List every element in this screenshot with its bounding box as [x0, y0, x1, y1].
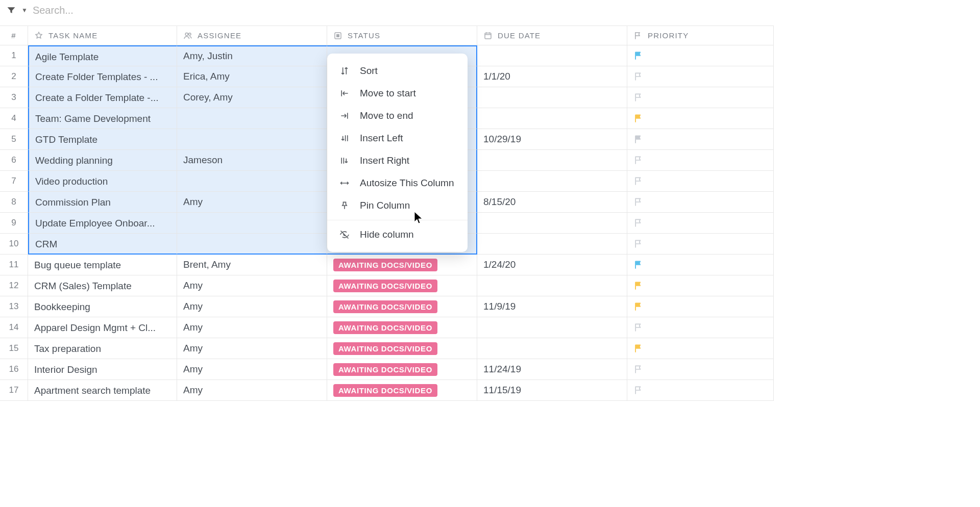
due-date-cell[interactable]: 1/1/20	[477, 66, 627, 87]
task-name-cell[interactable]: Agile Template	[28, 45, 177, 66]
col-header-due[interactable]: DUE DATE	[477, 26, 627, 45]
table-row[interactable]: 17Apartment search templateAmyAWAITING D…	[0, 380, 774, 401]
assignee-cell[interactable]	[177, 213, 327, 234]
priority-cell[interactable]	[627, 296, 774, 317]
col-header-status[interactable]: STATUS	[327, 26, 477, 45]
col-header-assignee[interactable]: ASSIGNEE	[177, 26, 327, 45]
status-cell[interactable]: AWAITING DOCS/VIDEO	[327, 296, 477, 317]
status-cell[interactable]: AWAITING DOCS/VIDEO	[327, 275, 477, 296]
status-cell[interactable]: AWAITING DOCS/VIDEO	[327, 359, 477, 380]
due-date-cell[interactable]	[477, 45, 627, 66]
task-name-cell[interactable]: Commission Plan	[28, 192, 177, 213]
ctx-insert-left[interactable]: Insert Left	[327, 127, 468, 149]
due-date-cell[interactable]	[477, 171, 627, 192]
due-date-cell[interactable]: 10/29/19	[477, 129, 627, 150]
due-date-cell[interactable]	[477, 213, 627, 234]
status-cell[interactable]: AWAITING DOCS/VIDEO	[327, 255, 477, 275]
priority-cell[interactable]	[627, 108, 774, 129]
assignee-cell[interactable]: Jameson	[177, 150, 327, 171]
priority-cell[interactable]	[627, 66, 774, 87]
assignee-cell[interactable]	[177, 129, 327, 150]
col-header-priority[interactable]: PRIORITY	[627, 26, 774, 45]
search-input[interactable]	[33, 5, 186, 16]
status-cell[interactable]: AWAITING DOCS/VIDEO	[327, 338, 477, 359]
table-row[interactable]: 15Tax preparationAmyAWAITING DOCS/VIDEO	[0, 338, 774, 359]
task-name-cell[interactable]: Bug queue template	[28, 255, 177, 275]
due-date-cell[interactable]	[477, 234, 627, 255]
ctx-pin[interactable]: Pin Column	[327, 194, 468, 217]
table-row[interactable]: 14Apparel Design Mgmt + Cl...AmyAWAITING…	[0, 317, 774, 338]
table-row[interactable]: 13BookkeepingAmyAWAITING DOCS/VIDEO11/9/…	[0, 296, 774, 317]
priority-cell[interactable]	[627, 234, 774, 255]
due-date-cell[interactable]	[477, 317, 627, 338]
ctx-autosize[interactable]: Autosize This Column	[327, 172, 468, 194]
assignee-cell[interactable]: Amy	[177, 380, 327, 401]
assignee-cell[interactable]	[177, 234, 327, 255]
priority-cell[interactable]	[627, 380, 774, 401]
due-date-cell[interactable]	[477, 150, 627, 171]
task-name-cell[interactable]: Interior Design	[28, 359, 177, 380]
task-name-cell[interactable]: Tax preparation	[28, 338, 177, 359]
priority-cell[interactable]	[627, 317, 774, 338]
table-row[interactable]: 12CRM (Sales) TemplateAmyAWAITING DOCS/V…	[0, 275, 774, 296]
assignee-cell[interactable]: Corey, Amy	[177, 87, 327, 108]
priority-cell[interactable]	[627, 275, 774, 296]
col-header-task-label: TASK NAME	[48, 31, 97, 40]
status-cell[interactable]: AWAITING DOCS/VIDEO	[327, 317, 477, 338]
priority-cell[interactable]	[627, 45, 774, 66]
task-name-cell[interactable]: GTD Template	[28, 129, 177, 150]
table-row[interactable]: 16Interior DesignAmyAWAITING DOCS/VIDEO1…	[0, 359, 774, 380]
priority-cell[interactable]	[627, 213, 774, 234]
priority-cell[interactable]	[627, 192, 774, 213]
status-cell[interactable]: AWAITING DOCS/VIDEO	[327, 380, 477, 401]
task-name-cell[interactable]: Bookkeeping	[28, 296, 177, 317]
assignee-cell[interactable]: Amy	[177, 296, 327, 317]
task-name-cell[interactable]: CRM	[28, 234, 177, 255]
ctx-move-start[interactable]: Move to start	[327, 82, 468, 105]
assignee-cell[interactable]: Amy	[177, 338, 327, 359]
ctx-hide[interactable]: Hide column	[327, 223, 468, 246]
priority-cell[interactable]	[627, 255, 774, 275]
assignee-cell[interactable]: Amy	[177, 192, 327, 213]
priority-cell[interactable]	[627, 359, 774, 380]
ctx-insert-right[interactable]: Insert Right	[327, 149, 468, 172]
assignee-cell[interactable]: Brent, Amy	[177, 255, 327, 275]
col-header-rownum[interactable]: #	[0, 26, 28, 45]
ctx-move-end[interactable]: Move to end	[327, 105, 468, 127]
task-name-cell[interactable]: Wedding planning	[28, 150, 177, 171]
filter-icon[interactable]	[6, 5, 16, 15]
priority-cell[interactable]	[627, 338, 774, 359]
assignee-cell[interactable]: Amy, Justin	[177, 45, 327, 66]
task-name-cell[interactable]: Create Folder Templates - ...	[28, 66, 177, 87]
due-date-cell[interactable]	[477, 338, 627, 359]
col-header-task[interactable]: TASK NAME	[28, 26, 177, 45]
task-name-cell[interactable]: Create a Folder Template -...	[28, 87, 177, 108]
due-date-cell[interactable]: 11/24/19	[477, 359, 627, 380]
filter-dropdown-caret-icon[interactable]: ▼	[21, 7, 28, 14]
ctx-sort[interactable]: Sort	[327, 60, 468, 82]
due-date-cell[interactable]: 1/24/20	[477, 255, 627, 275]
task-name-cell[interactable]: Team: Game Development	[28, 108, 177, 129]
due-date-cell[interactable]: 8/15/20	[477, 192, 627, 213]
task-name-cell[interactable]: Apparel Design Mgmt + Cl...	[28, 317, 177, 338]
assignee-cell[interactable]: Amy	[177, 275, 327, 296]
assignee-cell[interactable]	[177, 171, 327, 192]
assignee-cell[interactable]: Amy	[177, 317, 327, 338]
due-date-cell[interactable]	[477, 275, 627, 296]
due-date-cell[interactable]: 11/9/19	[477, 296, 627, 317]
priority-cell[interactable]	[627, 87, 774, 108]
table-row[interactable]: 11Bug queue templateBrent, AmyAWAITING D…	[0, 255, 774, 275]
assignee-cell[interactable]: Erica, Amy	[177, 66, 327, 87]
priority-cell[interactable]	[627, 129, 774, 150]
assignee-cell[interactable]: Amy	[177, 359, 327, 380]
task-name-cell[interactable]: Video production	[28, 171, 177, 192]
priority-cell[interactable]	[627, 150, 774, 171]
assignee-cell[interactable]	[177, 108, 327, 129]
task-name-cell[interactable]: Apartment search template	[28, 380, 177, 401]
priority-cell[interactable]	[627, 171, 774, 192]
due-date-cell[interactable]	[477, 87, 627, 108]
task-name-cell[interactable]: CRM (Sales) Template	[28, 275, 177, 296]
due-date-cell[interactable]	[477, 108, 627, 129]
due-date-cell[interactable]: 11/15/19	[477, 380, 627, 401]
task-name-cell[interactable]: Update Employee Onboar...	[28, 213, 177, 234]
